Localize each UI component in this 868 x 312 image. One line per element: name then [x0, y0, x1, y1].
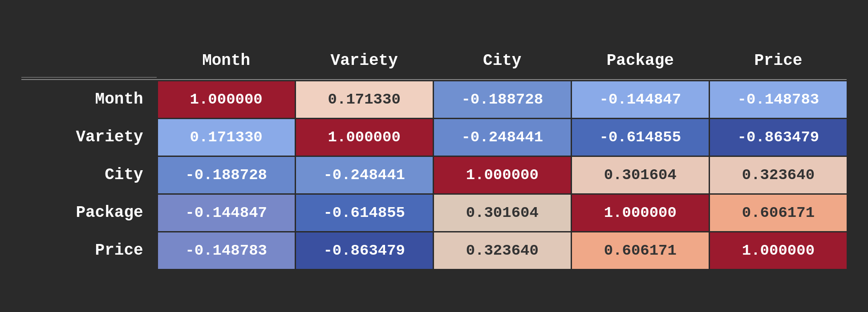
cell-city-col2: 1.000000 — [434, 157, 571, 193]
row-label-price: Price — [21, 232, 157, 269]
cell-city-col4: 0.323640 — [710, 157, 847, 193]
table-row: City-0.188728-0.2484411.0000000.3016040.… — [21, 157, 847, 193]
row-label-variety: Variety — [21, 119, 157, 156]
cell-variety-col3: -0.614855 — [572, 119, 709, 156]
table-row: Price-0.148783-0.8634790.3236400.6061711… — [21, 232, 847, 269]
header-divider-row — [21, 79, 847, 80]
cell-variety-col0: 0.171330 — [158, 119, 295, 156]
cell-price-col3: 0.606171 — [572, 232, 709, 269]
cell-month-col2: -0.188728 — [434, 81, 571, 118]
cell-city-col3: 0.301604 — [572, 157, 709, 193]
cell-month-col4: -0.148783 — [710, 81, 847, 118]
table-row: Month1.0000000.171330-0.188728-0.144847-… — [21, 81, 847, 118]
col-header-package: Package — [572, 44, 709, 78]
cell-month-col0: 1.000000 — [158, 81, 295, 118]
cell-month-col1: 0.171330 — [296, 81, 433, 118]
cell-price-col0: -0.148783 — [158, 232, 295, 269]
cell-package-col0: -0.144847 — [158, 195, 295, 231]
row-label-month: Month — [21, 81, 157, 118]
cell-city-col1: -0.248441 — [296, 157, 433, 193]
cell-month-col3: -0.144847 — [572, 81, 709, 118]
cell-package-col4: 0.606171 — [710, 195, 847, 231]
cell-package-col1: -0.614855 — [296, 195, 433, 231]
col-header-month: Month — [158, 44, 295, 78]
row-label-city: City — [21, 157, 157, 193]
cell-price-col4: 1.000000 — [710, 232, 847, 269]
table-row: Package-0.144847-0.6148550.3016041.00000… — [21, 195, 847, 231]
cell-variety-col1: 1.000000 — [296, 119, 433, 156]
cell-variety-col4: -0.863479 — [710, 119, 847, 156]
cell-price-col1: -0.863479 — [296, 232, 433, 269]
col-header-city: City — [434, 44, 571, 78]
correlation-table: Month Variety City Package Price Month1.… — [20, 42, 848, 270]
corner-header — [21, 44, 157, 78]
header-row: Month Variety City Package Price — [21, 44, 847, 78]
col-header-variety: Variety — [296, 44, 433, 78]
col-header-price: Price — [710, 44, 847, 78]
cell-price-col2: 0.323640 — [434, 232, 571, 269]
table-row: Variety0.1713301.000000-0.248441-0.61485… — [21, 119, 847, 156]
cell-city-col0: -0.188728 — [158, 157, 295, 193]
cell-package-col3: 1.000000 — [572, 195, 709, 231]
row-label-package: Package — [21, 195, 157, 231]
heatmap-container: Month Variety City Package Price Month1.… — [11, 33, 857, 279]
cell-variety-col2: -0.248441 — [434, 119, 571, 156]
cell-package-col2: 0.301604 — [434, 195, 571, 231]
